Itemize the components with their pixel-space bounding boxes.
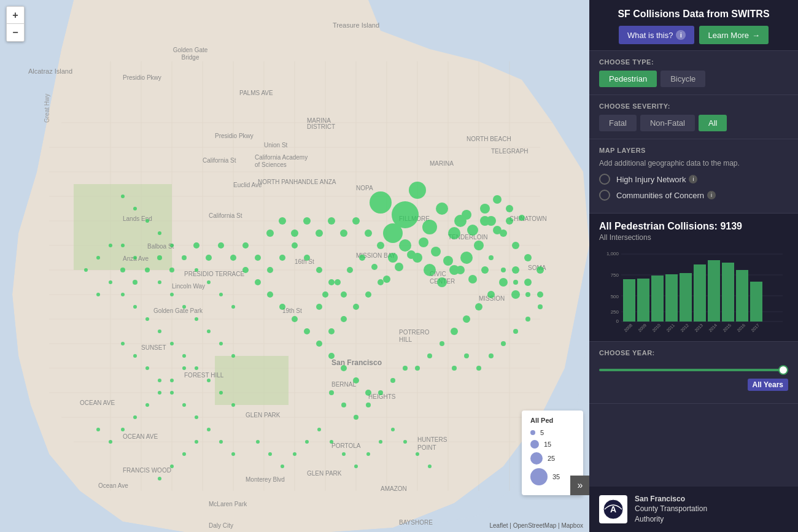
map-attribution: Leaflet | OpenStreetMap | Mapbox	[489, 522, 583, 529]
fatal-button[interactable]: Fatal	[599, 115, 637, 131]
svg-text:2011: 2011	[665, 323, 675, 333]
svg-point-137	[341, 365, 347, 371]
coc-checkbox[interactable]	[599, 190, 610, 201]
svg-point-269	[359, 255, 365, 261]
legend-title: All Ped	[530, 417, 575, 424]
svg-point-140	[341, 316, 347, 322]
svg-point-222	[109, 244, 112, 247]
svg-text:Monterey Blvd: Monterey Blvd	[246, 476, 285, 483]
svg-point-144	[133, 207, 137, 210]
svg-rect-300	[680, 273, 692, 322]
hin-checkbox[interactable]	[599, 174, 610, 185]
svg-text:750: 750	[611, 272, 619, 278]
svg-point-163	[121, 293, 125, 296]
svg-text:0: 0	[616, 318, 619, 324]
bicycle-button[interactable]: Bicycle	[660, 71, 705, 87]
arrow-icon: →	[752, 31, 760, 40]
svg-point-201	[341, 291, 347, 298]
svg-point-185	[281, 465, 284, 468]
svg-point-214	[182, 255, 187, 260]
stats-section: All Pedestrian Collisions: 9139 All Inte…	[589, 214, 798, 342]
svg-point-193	[379, 440, 382, 444]
svg-point-134	[304, 328, 310, 334]
stats-subtitle: All Intersections	[599, 233, 788, 242]
learn-more-label: Learn More	[708, 31, 748, 40]
svg-text:Bridge: Bridge	[182, 54, 200, 61]
svg-point-105	[437, 277, 447, 287]
svg-point-183	[256, 440, 260, 444]
svg-text:A: A	[610, 504, 616, 514]
svg-point-95	[409, 182, 426, 199]
svg-point-199	[365, 291, 371, 298]
svg-point-173	[121, 342, 125, 345]
svg-text:Golden Gate Park: Golden Gate Park	[153, 307, 203, 314]
svg-point-261	[443, 256, 453, 266]
learn-more-button[interactable]: Learn More →	[699, 26, 768, 44]
svg-point-265	[407, 250, 416, 259]
svg-point-161	[219, 342, 223, 345]
svg-text:1,000: 1,000	[606, 251, 619, 256]
hin-info-icon[interactable]: i	[689, 175, 697, 183]
layers-section: MAP LAYERS Add additional geographic dat…	[589, 139, 798, 214]
year-slider[interactable]	[599, 369, 788, 371]
year-section: CHOOSE YEAR: All Years	[589, 342, 798, 404]
svg-text:Lincoln Way: Lincoln Way	[172, 283, 205, 290]
svg-point-248	[170, 379, 174, 382]
svg-point-125	[487, 291, 495, 298]
year-slider-container: All Years	[599, 363, 788, 374]
svg-point-231	[329, 390, 334, 395]
zoom-in-button[interactable]: +	[7, 7, 24, 24]
svg-point-245	[501, 268, 506, 272]
map-container[interactable]: Treasure Island Golden Gate Bridge Alcat…	[0, 0, 589, 532]
legend-label-35: 35	[552, 473, 560, 480]
coc-info-icon[interactable]: i	[707, 191, 716, 199]
svg-point-120	[512, 242, 519, 249]
layer-item-coc: Communities of Concern i	[599, 190, 788, 201]
svg-point-195	[403, 440, 407, 444]
svg-point-256	[182, 452, 186, 456]
chart-svg: 1,000 750 500 250 0	[599, 248, 788, 334]
pedestrian-button[interactable]: Pedestrian	[599, 71, 657, 87]
legend-label-5: 5	[540, 429, 544, 436]
svg-point-158	[182, 305, 186, 309]
svg-point-230	[341, 403, 346, 407]
svg-point-166	[158, 330, 161, 333]
svg-point-262	[456, 266, 465, 274]
svg-point-160	[207, 330, 211, 333]
svg-text:2017: 2017	[750, 323, 760, 333]
svg-point-145	[145, 219, 149, 223]
sidebar-title: SF Collisions Data from SWITRS	[599, 9, 788, 20]
svg-point-238	[489, 353, 494, 358]
svg-point-212	[206, 255, 212, 261]
svg-point-215	[169, 268, 174, 272]
svg-text:FRANCIS WOOD: FRANCIS WOOD	[123, 467, 171, 474]
severity-section: CHOOSE SEVERITY: Fatal Non-Fatal All	[589, 95, 798, 139]
svg-text:2012: 2012	[680, 323, 689, 333]
what-is-this-button[interactable]: What is this? i	[619, 26, 694, 44]
svg-text:TELEGRAPH: TELEGRAPH	[491, 148, 529, 155]
legend-item-15: 15	[530, 440, 575, 449]
svg-point-131	[267, 291, 273, 298]
expand-button[interactable]: »	[570, 476, 589, 495]
svg-rect-297	[637, 279, 649, 322]
svg-point-213	[193, 242, 200, 249]
svg-point-99	[448, 227, 460, 239]
svg-point-206	[279, 255, 285, 261]
svg-point-189	[330, 440, 333, 444]
svg-point-270	[347, 267, 353, 273]
svg-point-172	[231, 403, 235, 407]
stats-title: All Pedestrian Collisions: 9139	[599, 221, 788, 232]
svg-point-209	[242, 242, 249, 249]
svg-point-224	[84, 268, 88, 272]
svg-point-278	[480, 204, 490, 214]
all-button[interactable]: All	[699, 115, 727, 131]
year-value-bubble: All Years	[748, 379, 788, 391]
svg-text:500: 500	[611, 294, 619, 299]
zoom-out-button[interactable]: −	[7, 24, 24, 41]
svg-point-126	[475, 303, 482, 310]
svg-point-220	[109, 280, 112, 284]
non-fatal-button[interactable]: Non-Fatal	[640, 115, 695, 131]
authority-logo-svg: A	[602, 498, 624, 520]
svg-point-170	[207, 379, 211, 382]
svg-point-192	[366, 452, 370, 456]
